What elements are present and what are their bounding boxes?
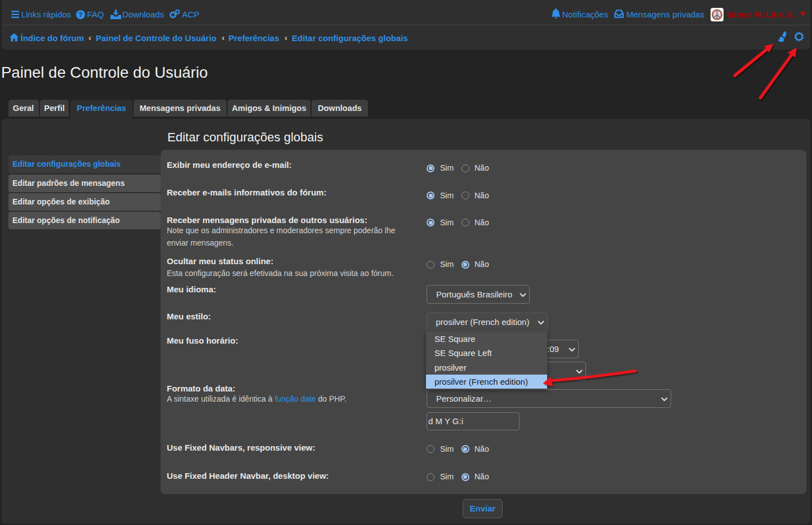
svg-text:?: ? — [78, 11, 82, 18]
